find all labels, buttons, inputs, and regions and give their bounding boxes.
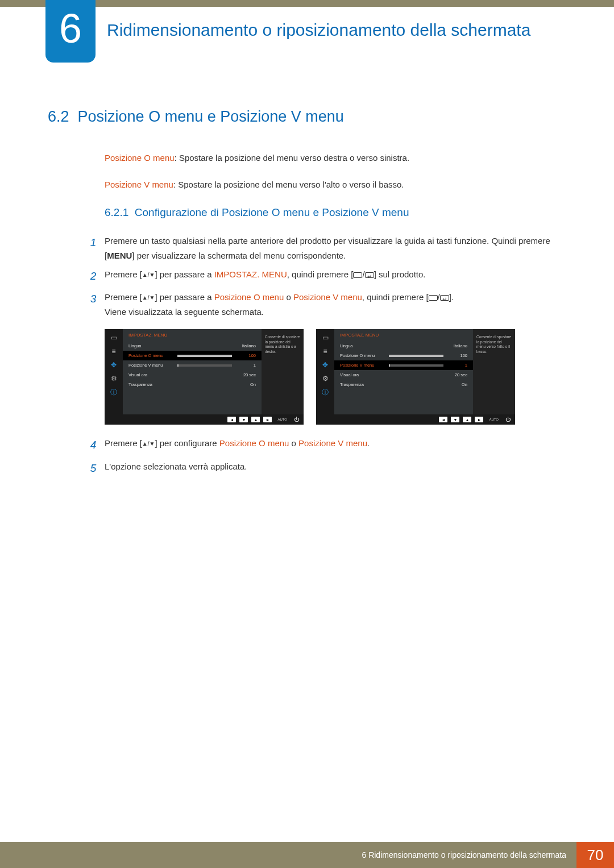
right-arrow-icon: ►: [263, 417, 272, 422]
list-icon: ≡: [108, 346, 119, 356]
down-arrow-icon: ▼: [239, 417, 248, 422]
footer-page-number: 70: [576, 842, 614, 868]
step-number: 2: [82, 267, 105, 285]
info-icon: ⓘ: [320, 387, 331, 397]
osd-info-panel: Consente di spostare la posizione del me…: [473, 329, 515, 414]
step-5: 5 L'opzione selezionata verrà applicata.: [82, 459, 566, 477]
position-icon: ✥: [108, 360, 119, 370]
info-icon: ⓘ: [108, 387, 119, 397]
list-icon: ≡: [320, 346, 331, 356]
osd-row-pos-v-selected: Posizione V menu1: [334, 360, 473, 370]
chapter-number-tab: 6: [45, 0, 96, 63]
left-arrow-icon: ◄: [227, 417, 236, 422]
step-number: 5: [82, 459, 105, 477]
step-4: 4 Premere [▲/▼] per configurare Posizion…: [82, 436, 566, 454]
step-text: Premere [▲/▼] per passare a Posizione O …: [105, 290, 566, 319]
power-icon: ⏻: [294, 417, 299, 422]
step-text: Premere [▲/▼] per configurare Posizione …: [105, 436, 566, 454]
description-line-2: Posizione V menu: Spostare la posizione …: [105, 180, 566, 189]
picture-icon: ▭: [108, 333, 119, 343]
left-arrow-icon: ◄: [439, 417, 447, 422]
position-icon: ✥: [320, 360, 331, 370]
step-number: 3: [82, 290, 105, 319]
section-number: 6.2: [48, 108, 69, 125]
desc-label: Posizione V menu: [105, 180, 173, 189]
step-number: 1: [82, 234, 105, 263]
osd-row-pos-o-selected: Posizione O menu100: [123, 351, 262, 360]
desc-text: : Spostare la posizione del menu verso d…: [175, 153, 410, 163]
steps-list: 1 Premere un tasto qualsiasi nella parte…: [82, 234, 566, 319]
up-down-arrow-icon: ▲/▼: [142, 272, 155, 278]
highlight: Posizione V menu: [293, 292, 362, 302]
source-icon: [429, 295, 438, 301]
chapter-title: Ridimensionamento o riposizionamento del…: [107, 19, 580, 41]
step-1: 1 Premere un tasto qualsiasi nella parte…: [82, 234, 566, 263]
description-line-1: Posizione O menu: Spostare la posizione …: [105, 153, 566, 163]
slider: [389, 355, 443, 357]
osd-sidebar: ▭ ≡ ✥ ⚙ ⓘ: [316, 329, 334, 414]
step-text: Premere [▲/▼] per passare a IMPOSTAZ. ME…: [105, 267, 566, 285]
source-icon: [353, 272, 362, 278]
highlight: Posizione O menu: [214, 292, 284, 302]
osd-menu-2: ▭ ≡ ✥ ⚙ ⓘ IMPOSTAZ. MENU LinguaItaliano …: [316, 329, 515, 425]
osd-main-panel: IMPOSTAZ. MENU LinguaItaliano Posizione …: [334, 329, 473, 414]
down-arrow-icon: ▼: [451, 417, 459, 422]
osd-row-visual-ora: Visual ora20 sec: [334, 370, 473, 380]
subsection-title: 6.2.1 Configurazione di Posizione O menu…: [105, 206, 566, 219]
osd-row-lingua: LinguaItaliano: [123, 341, 262, 351]
osd-header: IMPOSTAZ. MENU: [334, 329, 473, 341]
osd-footer: ◄ ▼ ▲ ► AUTO ⏻: [105, 414, 304, 425]
enter-icon: [365, 272, 374, 278]
step-number: 4: [82, 436, 105, 454]
up-arrow-icon: ▲: [463, 417, 471, 422]
osd-row-pos-v: Posizione V menu1: [123, 360, 262, 370]
subsection-name: Configurazione di Posizione O menu e Pos…: [135, 206, 409, 218]
osd-row-trasparenza: TrasparenzaOn: [123, 380, 262, 389]
desc-label: Posizione O menu: [105, 153, 175, 163]
right-arrow-icon: ►: [475, 417, 483, 422]
slider: [177, 355, 232, 357]
enter-icon: [440, 295, 449, 301]
osd-footer: ◄ ▼ ▲ ► AUTO ⏻: [316, 414, 515, 425]
page-content: 6.2 Posizione O menu e Posizione V menu …: [48, 108, 566, 482]
step-text: Premere un tasto qualsiasi nella parte a…: [105, 234, 566, 263]
section-title: 6.2 Posizione O menu e Posizione V menu: [48, 108, 566, 126]
power-icon: ⏻: [505, 417, 511, 422]
gear-icon: ⚙: [108, 373, 119, 384]
osd-row-visual-ora: Visual ora20 sec: [123, 370, 262, 380]
up-down-arrow-icon: ▲/▼: [142, 295, 155, 301]
step-2: 2 Premere [▲/▼] per passare a IMPOSTAZ. …: [82, 267, 566, 285]
section-name: Posizione O menu e Posizione V menu: [78, 108, 344, 125]
step-3: 3 Premere [▲/▼] per passare a Posizione …: [82, 290, 566, 319]
osd-info-panel: Consente di spostare la posizione del me…: [262, 329, 304, 414]
menu-key-label: MENU: [107, 251, 132, 260]
page-footer: 6 Ridimensionamento o riposizionamento d…: [0, 842, 614, 868]
osd-header: IMPOSTAZ. MENU: [123, 329, 262, 341]
osd-row-pos-o: Posizione O menu100: [334, 351, 473, 360]
osd-main-panel: IMPOSTAZ. MENU LinguaItaliano Posizione …: [123, 329, 262, 414]
gear-icon: ⚙: [320, 373, 331, 384]
highlight: Posizione O menu: [219, 438, 289, 448]
steps-list-cont: 4 Premere [▲/▼] per configurare Posizion…: [82, 436, 566, 477]
osd-row-trasparenza: TrasparenzaOn: [334, 380, 473, 389]
slider: [177, 364, 232, 367]
chapter-number: 6: [59, 8, 82, 55]
picture-icon: ▭: [320, 333, 331, 343]
osd-menu-1: ▭ ≡ ✥ ⚙ ⓘ IMPOSTAZ. MENU LinguaItaliano …: [105, 329, 304, 425]
highlight: Posizione V menu: [298, 438, 367, 448]
osd-row-lingua: LinguaItaliano: [334, 341, 473, 351]
up-down-arrow-icon: ▲/▼: [142, 441, 155, 447]
subsection-number: 6.2.1: [105, 206, 128, 218]
osd-screenshots: ▭ ≡ ✥ ⚙ ⓘ IMPOSTAZ. MENU LinguaItaliano …: [105, 329, 566, 425]
desc-text: : Spostare la posizione del menu verso l…: [173, 180, 404, 189]
auto-label: AUTO: [277, 418, 287, 421]
up-arrow-icon: ▲: [251, 417, 260, 422]
auto-label: AUTO: [489, 418, 499, 421]
osd-sidebar: ▭ ≡ ✥ ⚙ ⓘ: [105, 329, 123, 414]
highlight: IMPOSTAZ. MENU: [214, 269, 287, 279]
step-text: L'opzione selezionata verrà applicata.: [105, 459, 566, 477]
footer-text: 6 Ridimensionamento o riposizionamento d…: [0, 842, 576, 868]
slider: [389, 364, 443, 367]
